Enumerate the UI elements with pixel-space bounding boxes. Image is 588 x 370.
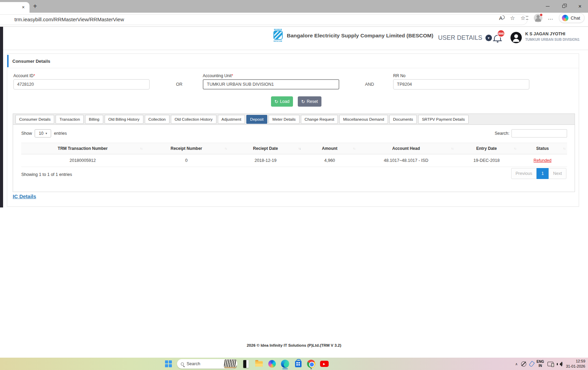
logo-kannada-text bbox=[274, 29, 282, 30]
sort-icon[interactable]: ↑↓ bbox=[563, 147, 565, 150]
required-asterisk: * bbox=[34, 73, 35, 78]
more-menu-icon[interactable]: … bbox=[548, 15, 553, 21]
tab-collection[interactable]: Collection bbox=[145, 115, 170, 124]
accounting-unit-field[interactable] bbox=[203, 79, 339, 89]
chrome-button[interactable] bbox=[307, 358, 316, 369]
copilot-app-button[interactable] bbox=[268, 358, 277, 369]
col-amount[interactable]: Amount↑↓ bbox=[302, 143, 357, 154]
url-text[interactable]: trm.ieasybill.com/RRMasterView/RRMasterV… bbox=[14, 16, 124, 22]
language-indicator[interactable]: ENGIN bbox=[537, 360, 544, 368]
notifications-button[interactable]: 898 bbox=[494, 35, 502, 40]
microsoft-store-button[interactable] bbox=[294, 358, 303, 369]
tab-old-collection-history[interactable]: Old Collection History bbox=[171, 115, 216, 124]
tab-meter-details[interactable]: Meter Details bbox=[269, 115, 299, 124]
account-id-field[interactable] bbox=[13, 79, 150, 89]
cell-receipt-number: 0 bbox=[144, 154, 229, 167]
tab-transaction[interactable]: Transaction bbox=[56, 115, 84, 124]
taskbar-search[interactable]: Search bbox=[177, 359, 237, 369]
sort-icon-active[interactable]: ↑↓ bbox=[298, 147, 301, 150]
col-trm-transaction-number[interactable]: TRM Transaction Number↑↓ bbox=[21, 143, 144, 154]
ic-details-link[interactable]: IC Details bbox=[13, 193, 36, 199]
next-page-button[interactable]: Next bbox=[549, 168, 566, 179]
privacy-eye-icon[interactable] bbox=[521, 361, 526, 367]
close-button[interactable]: × bbox=[572, 0, 588, 13]
page-size-control: Show 10 ▾ entries bbox=[21, 129, 67, 138]
spinner-icon: ↻ bbox=[274, 99, 278, 104]
tab-consumer-details[interactable]: Consumer Details bbox=[15, 115, 54, 124]
required-asterisk: * bbox=[232, 73, 233, 78]
browser-tab[interactable]: × bbox=[0, 2, 30, 13]
start-button[interactable] bbox=[164, 358, 173, 369]
youtube-button[interactable]: ▶ bbox=[320, 358, 329, 369]
sort-icon[interactable]: ↑↓ bbox=[451, 147, 454, 150]
restore-button[interactable] bbox=[556, 0, 572, 13]
zebra-image-icon bbox=[224, 359, 236, 368]
reset-button[interactable]: ↻ Reset bbox=[298, 96, 321, 107]
account-id-label: Account ID* bbox=[13, 73, 35, 78]
sort-icon[interactable]: ↑↓ bbox=[140, 147, 142, 150]
tab-documents[interactable]: Documents bbox=[389, 115, 417, 124]
page-size-select[interactable]: 10 ▾ bbox=[35, 129, 51, 138]
col-entry-date[interactable]: Entry Date↑↓ bbox=[455, 143, 518, 154]
col-status[interactable]: Status↑↓ bbox=[518, 143, 567, 154]
sort-icon[interactable]: ↑↓ bbox=[353, 147, 355, 150]
col-receipt-number[interactable]: Receipt Number↑↓ bbox=[144, 143, 229, 154]
previous-page-button[interactable]: Previous bbox=[511, 168, 537, 179]
read-aloud-icon[interactable]: A bbox=[499, 15, 505, 21]
copilot-app-icon bbox=[268, 360, 276, 368]
deposit-panel: Consumer Details Transaction Billing Old… bbox=[13, 114, 575, 192]
browser-urlbar: trm.ieasybill.com/RRMasterView/RRMasterV… bbox=[0, 13, 588, 27]
sort-icon[interactable]: ↑↓ bbox=[225, 147, 227, 150]
table-info: Showing 1 to 1 of 1 entries bbox=[21, 172, 72, 177]
edge-button[interactable] bbox=[281, 358, 290, 369]
window-controls: × bbox=[540, 0, 588, 13]
copilot-chat-button[interactable]: Chat bbox=[559, 13, 585, 23]
photos-app-button[interactable] bbox=[242, 358, 250, 369]
store-icon bbox=[295, 361, 302, 367]
notification-badge: 898 bbox=[497, 29, 505, 37]
rr-no-field[interactable] bbox=[393, 79, 529, 89]
new-tab-button[interactable]: + bbox=[30, 1, 40, 11]
tab-old-billing-history[interactable]: Old Billing History bbox=[105, 115, 143, 124]
browser-profile-avatar[interactable] bbox=[534, 14, 542, 22]
left-edge-strip bbox=[0, 27, 3, 207]
collections-icon[interactable]: ☆ bbox=[520, 15, 528, 21]
active-app-indicator bbox=[282, 368, 288, 369]
tab-srtpv-payment-details[interactable]: SRTPV Payment Details bbox=[418, 115, 469, 124]
tab-billing[interactable]: Billing bbox=[85, 115, 103, 124]
tab-close-icon[interactable]: × bbox=[22, 4, 25, 10]
col-reciept-date[interactable]: Reciept Date↑↓ bbox=[229, 143, 303, 154]
user-details-menu[interactable]: USER DETAILS ▾ bbox=[438, 34, 492, 41]
file-explorer-button[interactable] bbox=[255, 358, 263, 369]
windows-icon bbox=[165, 360, 172, 367]
chrome-icon bbox=[307, 360, 315, 368]
sort-icon[interactable]: ↑↓ bbox=[514, 147, 516, 150]
load-button[interactable]: ↻ Load bbox=[271, 96, 293, 107]
cell-reciept-date: 2018-12-19 bbox=[229, 154, 303, 167]
favorite-star-icon[interactable]: ☆ bbox=[510, 15, 515, 21]
volume-icon[interactable]: ) bbox=[557, 361, 563, 367]
tab-miscellaneous-demand[interactable]: Miscellaneous Demand bbox=[339, 115, 388, 124]
photos-icon bbox=[243, 360, 249, 368]
search-input[interactable] bbox=[511, 129, 567, 138]
brand: BESCOM Bangalore Electricity Supply Comp… bbox=[273, 29, 433, 42]
clock[interactable]: 12:5931-01-2026 bbox=[566, 359, 585, 369]
logo-emblem bbox=[273, 31, 283, 40]
current-page-button[interactable]: 1 bbox=[537, 168, 549, 179]
minimize-button[interactable] bbox=[540, 0, 556, 13]
select-arrow-icon: ▾ bbox=[46, 132, 47, 135]
tray-chevron-icon[interactable]: ∧ bbox=[515, 362, 518, 366]
refunded-link[interactable]: Refunded bbox=[533, 158, 551, 163]
or-label: OR bbox=[176, 82, 183, 87]
user-avatar[interactable] bbox=[510, 32, 522, 43]
pen-icon[interactable] bbox=[530, 361, 533, 366]
close-icon: × bbox=[578, 4, 581, 9]
tab-adjustment[interactable]: Adjustment bbox=[218, 115, 245, 124]
table-row: 20180005912 0 2018-12-19 4,960 48.1017~4… bbox=[21, 154, 567, 167]
cast-device-icon[interactable] bbox=[548, 362, 553, 366]
edge-icon bbox=[281, 360, 289, 368]
page-footer: 2026 © Idea Infinity IT Solutions (P)Ltd… bbox=[0, 343, 588, 347]
col-account-head[interactable]: Account Head↑↓ bbox=[357, 143, 455, 154]
tab-change-request[interactable]: Change Request bbox=[301, 115, 338, 124]
tab-deposit[interactable]: Deposit bbox=[246, 115, 267, 124]
